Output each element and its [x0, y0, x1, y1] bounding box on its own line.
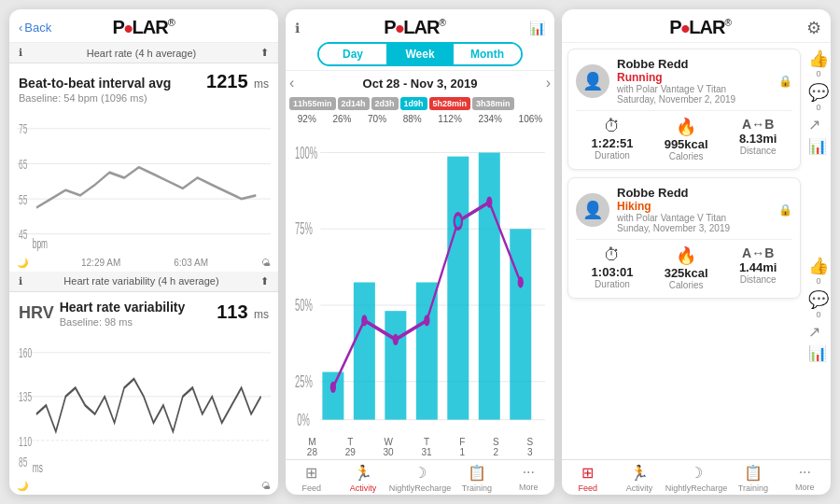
- dur-0: 11h55min: [289, 97, 336, 110]
- comment-button-0[interactable]: 💬: [808, 82, 829, 103]
- day-6: S3: [526, 437, 533, 457]
- stats-0: ⏱ 1:22:51 Duration 🔥 995kcal Calories: [576, 110, 792, 161]
- back-chevron-icon: ‹: [19, 21, 22, 35]
- hr-section-bar: ℹ Heart rate (4 h average) ⬆: [9, 43, 278, 63]
- comment-button-1[interactable]: 💬: [808, 289, 829, 310]
- sun-icon: 🌤: [261, 258, 271, 268]
- clock-icon-0: ⏱: [592, 117, 634, 136]
- svg-text:bpm: bpm: [33, 235, 48, 251]
- svg-rect-29: [385, 311, 406, 419]
- svg-text:75%: 75%: [295, 219, 313, 238]
- cal-value-0: 995kcal: [665, 137, 708, 151]
- nav-training-label: Training: [462, 483, 492, 493]
- dist-label-1: Distance: [739, 274, 777, 285]
- tab-day[interactable]: Day: [319, 44, 386, 64]
- activity-chart: 100% 75% 50% 25% 0%: [286, 126, 554, 435]
- hrv-info-block: HRV Heart rate variability Baseline: 98 …: [9, 292, 278, 331]
- s3-nav-feed[interactable]: ⊞ Feed: [562, 464, 613, 493]
- hr-unit: ms: [254, 77, 269, 91]
- info-icon-2: ℹ: [19, 275, 22, 287]
- hrv-chart-footer: 🌙 🌤: [9, 479, 278, 495]
- svg-point-40: [518, 276, 524, 287]
- next-week-button[interactable]: ›: [546, 75, 551, 91]
- day-3: T31: [421, 437, 431, 457]
- s2-navbar: ⊞ Feed 🏃 Activity ☽ NightlyRecharge 📋 Tr…: [286, 459, 554, 495]
- prev-week-button[interactable]: ‹: [289, 75, 294, 91]
- day-1: T29: [345, 437, 356, 457]
- s3-more-icon: ···: [799, 464, 811, 481]
- moon-icon: 🌙: [17, 258, 28, 268]
- polar-logo-s2: P•LAR®: [384, 17, 445, 38]
- svg-text:ms: ms: [33, 459, 43, 475]
- svg-point-34: [330, 382, 336, 393]
- hr-title: Beat-to-beat interval avg: [19, 76, 171, 91]
- stat-duration-0: ⏱ 1:22:51 Duration: [592, 117, 634, 161]
- like-count-0: 0: [808, 69, 829, 78]
- svg-rect-28: [354, 283, 375, 420]
- hrv-chart: 160 135 110 85 ms: [9, 331, 278, 480]
- share-button-1[interactable]: ↗: [808, 323, 829, 341]
- tab-month[interactable]: Month: [454, 44, 521, 64]
- back-button[interactable]: ‹ Back: [19, 21, 51, 35]
- svg-text:25%: 25%: [295, 372, 313, 391]
- s3-nav-training[interactable]: 📋 Training: [727, 464, 778, 493]
- chart-button-1[interactable]: 📊: [808, 344, 829, 362]
- svg-text:135: 135: [19, 388, 32, 404]
- nav-nightly[interactable]: ☽ NightlyRecharge: [389, 464, 452, 493]
- date-0: Saturday, November 2, 2019: [617, 94, 735, 105]
- s3-activity-icon: 🏃: [630, 464, 649, 482]
- s3-nav-activity[interactable]: 🏃 Activity: [613, 464, 665, 493]
- activity-card-0: 👤 Robbe Redd Running with Polar Vantage …: [567, 49, 801, 170]
- user-name-0: Robbe Redd: [617, 57, 735, 71]
- svg-text:75: 75: [19, 121, 27, 137]
- date-1: Sunday, November 3, 2019: [617, 223, 730, 233]
- time-tabs: Day Week Month: [317, 42, 523, 66]
- nav-nightly-label: NightlyRecharge: [389, 483, 452, 493]
- card-header-1: 👤 Robbe Redd Hiking with Polar Vantage V…: [576, 186, 792, 233]
- nav-more-label: More: [519, 483, 539, 492]
- like-button-1[interactable]: 👍: [808, 256, 829, 276]
- nav-training[interactable]: 📋 Training: [451, 464, 502, 493]
- cal-value-1: 325kcal: [665, 266, 708, 280]
- dur-1: 2d14h: [338, 97, 370, 110]
- s3-nav-more[interactable]: ··· More: [779, 464, 831, 493]
- pct-3: 88%: [403, 114, 422, 124]
- hrv-value: 113: [217, 301, 247, 322]
- activity-type-0: Running: [617, 71, 735, 84]
- svg-text:0%: 0%: [297, 410, 310, 428]
- distance-icon-0: A↔B: [739, 117, 777, 132]
- device-1: with Polar Vantage V Titan: [617, 213, 730, 223]
- like-button-0[interactable]: 👍: [808, 49, 829, 69]
- svg-rect-32: [479, 153, 500, 420]
- duration-value-1: 1:03:01: [592, 265, 634, 279]
- pct-2: 70%: [368, 114, 386, 124]
- dur-2: 2d3h: [371, 97, 399, 110]
- cal-label-1: Calories: [665, 280, 708, 290]
- pct-1: 26%: [332, 114, 351, 124]
- chart-time-start: 12:29 AM: [81, 258, 120, 268]
- pct-4: 112%: [438, 114, 462, 124]
- day-5: S2: [493, 437, 499, 457]
- nav-activity-label: Activity: [350, 483, 377, 493]
- s3-nav-nightly[interactable]: ☽ NightlyRecharge: [665, 464, 728, 493]
- chart-button-0[interactable]: 📊: [808, 137, 829, 155]
- tab-week[interactable]: Week: [386, 44, 454, 64]
- nav-feed[interactable]: ⊞ Feed: [286, 464, 337, 493]
- svg-text:160: 160: [19, 344, 32, 360]
- svg-rect-27: [322, 372, 343, 420]
- date-range-row: ‹ Oct 28 - Nov 3, 2019 ›: [286, 71, 554, 93]
- card-header-0: 👤 Robbe Redd Running with Polar Vantage …: [576, 57, 792, 105]
- fire-icon-0: 🔥: [665, 117, 708, 137]
- duration-label: Duration: [592, 150, 634, 161]
- dur-4: 5h28min: [429, 97, 471, 110]
- share-button-0[interactable]: ↗: [808, 116, 829, 133]
- activity-type-1: Hiking: [617, 200, 730, 213]
- hr-section-title: Heart rate (4 h average): [87, 48, 196, 59]
- pct-6: 106%: [519, 114, 543, 124]
- avatar-1: 👤: [576, 193, 609, 227]
- nav-activity[interactable]: 🏃 Activity: [337, 464, 388, 493]
- stat-calories-1: 🔥 325kcal Calories: [665, 245, 708, 290]
- nav-more[interactable]: ··· More: [503, 464, 554, 493]
- stat-distance-1: A↔B 1.44mi Distance: [739, 245, 777, 290]
- gear-button[interactable]: ⚙: [806, 18, 821, 38]
